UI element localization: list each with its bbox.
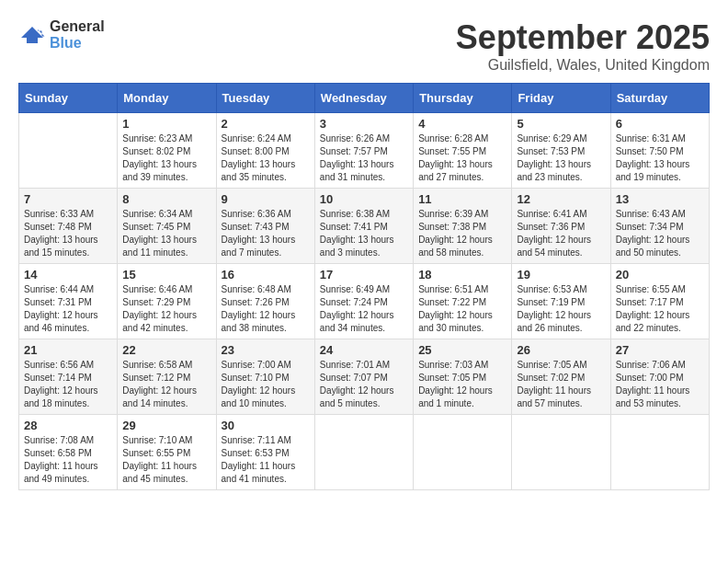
day-number: 19 [517, 268, 605, 282]
header-saturday: Saturday [610, 84, 709, 113]
day-cell: 24Sunrise: 7:01 AM Sunset: 7:07 PM Dayli… [314, 339, 413, 415]
day-info: Sunrise: 6:58 AM Sunset: 7:12 PM Dayligh… [122, 359, 210, 410]
day-info: Sunrise: 6:26 AM Sunset: 7:57 PM Dayligh… [320, 132, 408, 184]
day-cell [610, 415, 709, 490]
day-number: 1 [122, 117, 210, 131]
day-info: Sunrise: 6:53 AM Sunset: 7:19 PM Dayligh… [517, 283, 605, 335]
day-cell: 30Sunrise: 7:11 AM Sunset: 6:53 PM Dayli… [216, 415, 314, 490]
day-number: 26 [517, 343, 605, 357]
day-cell: 9Sunrise: 6:36 AM Sunset: 7:43 PM Daylig… [216, 189, 314, 264]
logo-general: General [50, 18, 105, 34]
day-info: Sunrise: 6:29 AM Sunset: 7:53 PM Dayligh… [517, 132, 605, 184]
day-cell: 5Sunrise: 6:29 AM Sunset: 7:53 PM Daylig… [512, 113, 610, 189]
svg-marker-0 [21, 27, 43, 43]
day-number: 8 [122, 192, 210, 206]
day-cell: 10Sunrise: 6:38 AM Sunset: 7:41 PM Dayli… [314, 189, 413, 264]
day-number: 15 [122, 268, 210, 282]
day-info: Sunrise: 6:31 AM Sunset: 7:50 PM Dayligh… [616, 132, 704, 184]
day-cell: 13Sunrise: 6:43 AM Sunset: 7:34 PM Dayli… [610, 189, 709, 264]
day-number: 17 [320, 268, 408, 282]
day-info: Sunrise: 7:11 AM Sunset: 6:53 PM Dayligh… [222, 434, 310, 486]
day-info: Sunrise: 6:55 AM Sunset: 7:17 PM Dayligh… [616, 283, 704, 335]
day-number: 6 [616, 117, 704, 131]
day-cell: 27Sunrise: 7:06 AM Sunset: 7:00 PM Dayli… [610, 339, 709, 415]
location-title: Guilsfield, Wales, United Kingdom [456, 57, 710, 74]
day-info: Sunrise: 7:05 AM Sunset: 7:02 PM Dayligh… [517, 359, 605, 410]
logo: General Blue [18, 18, 105, 51]
day-number: 16 [222, 268, 310, 282]
day-info: Sunrise: 6:36 AM Sunset: 7:43 PM Dayligh… [222, 208, 310, 259]
day-cell: 4Sunrise: 6:28 AM Sunset: 7:55 PM Daylig… [414, 113, 512, 189]
day-cell: 26Sunrise: 7:05 AM Sunset: 7:02 PM Dayli… [512, 339, 610, 415]
day-number: 29 [122, 419, 210, 432]
day-cell: 6Sunrise: 6:31 AM Sunset: 7:50 PM Daylig… [610, 113, 709, 189]
day-cell: 23Sunrise: 7:00 AM Sunset: 7:10 PM Dayli… [216, 339, 314, 415]
day-number: 25 [418, 343, 506, 357]
day-cell: 14Sunrise: 6:44 AM Sunset: 7:31 PM Dayli… [19, 264, 118, 339]
day-cell: 22Sunrise: 6:58 AM Sunset: 7:12 PM Dayli… [118, 339, 216, 415]
day-cell: 12Sunrise: 6:41 AM Sunset: 7:36 PM Dayli… [512, 189, 610, 264]
calendar-table: SundayMondayTuesdayWednesdayThursdayFrid… [18, 83, 710, 490]
day-cell: 21Sunrise: 6:56 AM Sunset: 7:14 PM Dayli… [19, 339, 118, 415]
logo-icon [18, 24, 46, 46]
calendar-header-row: SundayMondayTuesdayWednesdayThursdayFrid… [19, 84, 710, 113]
day-info: Sunrise: 7:10 AM Sunset: 6:55 PM Dayligh… [122, 434, 210, 486]
header-wednesday: Wednesday [314, 84, 413, 113]
day-info: Sunrise: 7:06 AM Sunset: 7:00 PM Dayligh… [616, 359, 704, 410]
day-info: Sunrise: 6:33 AM Sunset: 7:48 PM Dayligh… [24, 208, 112, 259]
day-cell: 11Sunrise: 6:39 AM Sunset: 7:38 PM Dayli… [414, 189, 512, 264]
header-monday: Monday [118, 84, 216, 113]
day-info: Sunrise: 6:38 AM Sunset: 7:41 PM Dayligh… [320, 208, 408, 259]
day-number: 12 [517, 192, 605, 206]
day-cell: 25Sunrise: 7:03 AM Sunset: 7:05 PM Dayli… [414, 339, 512, 415]
day-number: 23 [222, 343, 310, 357]
day-number: 3 [320, 117, 408, 131]
day-number: 30 [222, 419, 310, 432]
day-number: 10 [320, 192, 408, 206]
day-cell [19, 113, 118, 189]
day-cell [414, 415, 512, 490]
header-tuesday: Tuesday [216, 84, 314, 113]
day-number: 24 [320, 343, 408, 357]
day-info: Sunrise: 7:08 AM Sunset: 6:58 PM Dayligh… [24, 434, 112, 486]
day-info: Sunrise: 6:49 AM Sunset: 7:24 PM Dayligh… [320, 283, 408, 335]
day-number: 4 [418, 117, 506, 131]
week-row-3: 14Sunrise: 6:44 AM Sunset: 7:31 PM Dayli… [19, 264, 710, 339]
day-number: 2 [222, 117, 310, 131]
day-number: 14 [24, 268, 112, 282]
header-friday: Friday [512, 84, 610, 113]
day-info: Sunrise: 6:48 AM Sunset: 7:26 PM Dayligh… [222, 283, 310, 335]
day-number: 20 [616, 268, 704, 282]
week-row-4: 21Sunrise: 6:56 AM Sunset: 7:14 PM Dayli… [19, 339, 710, 415]
day-number: 22 [122, 343, 210, 357]
page-header: General Blue September 2025 Guilsfield, … [18, 18, 710, 74]
day-info: Sunrise: 6:34 AM Sunset: 7:45 PM Dayligh… [122, 208, 210, 259]
month-title: September 2025 [456, 18, 710, 57]
day-info: Sunrise: 6:28 AM Sunset: 7:55 PM Dayligh… [418, 132, 506, 184]
day-cell: 19Sunrise: 6:53 AM Sunset: 7:19 PM Dayli… [512, 264, 610, 339]
day-cell: 16Sunrise: 6:48 AM Sunset: 7:26 PM Dayli… [216, 264, 314, 339]
day-info: Sunrise: 7:00 AM Sunset: 7:10 PM Dayligh… [222, 359, 310, 410]
day-cell: 7Sunrise: 6:33 AM Sunset: 7:48 PM Daylig… [19, 189, 118, 264]
day-number: 27 [616, 343, 704, 357]
day-number: 21 [24, 343, 112, 357]
day-info: Sunrise: 6:43 AM Sunset: 7:34 PM Dayligh… [616, 208, 704, 259]
day-info: Sunrise: 6:44 AM Sunset: 7:31 PM Dayligh… [24, 283, 112, 335]
day-cell: 18Sunrise: 6:51 AM Sunset: 7:22 PM Dayli… [414, 264, 512, 339]
day-cell [512, 415, 610, 490]
day-number: 9 [222, 192, 310, 206]
day-number: 11 [418, 192, 506, 206]
day-cell: 3Sunrise: 6:26 AM Sunset: 7:57 PM Daylig… [314, 113, 413, 189]
day-info: Sunrise: 6:41 AM Sunset: 7:36 PM Dayligh… [517, 208, 605, 259]
title-area: September 2025 Guilsfield, Wales, United… [456, 18, 710, 74]
day-number: 7 [24, 192, 112, 206]
day-info: Sunrise: 6:56 AM Sunset: 7:14 PM Dayligh… [24, 359, 112, 410]
day-info: Sunrise: 6:51 AM Sunset: 7:22 PM Dayligh… [418, 283, 506, 335]
day-number: 28 [24, 419, 112, 432]
day-cell: 28Sunrise: 7:08 AM Sunset: 6:58 PM Dayli… [19, 415, 118, 490]
day-info: Sunrise: 7:01 AM Sunset: 7:07 PM Dayligh… [320, 359, 408, 410]
day-number: 13 [616, 192, 704, 206]
day-number: 18 [418, 268, 506, 282]
week-row-5: 28Sunrise: 7:08 AM Sunset: 6:58 PM Dayli… [19, 415, 710, 490]
day-number: 5 [517, 117, 605, 131]
